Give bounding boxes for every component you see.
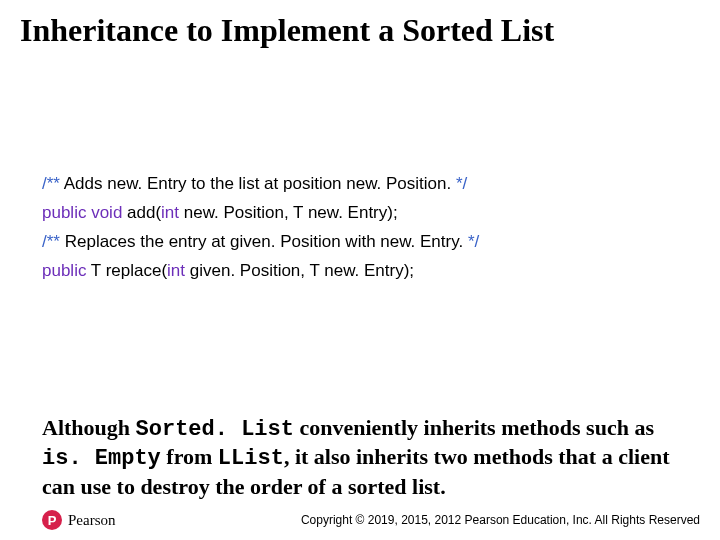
copyright-text: Copyright © 2019, 2015, 2012 Pearson Edu… (136, 513, 701, 527)
code-line-1: /** Adds new. Entry to the list at posit… (42, 170, 680, 199)
javadoc-close: */ (456, 174, 467, 193)
kw-public: public (42, 261, 86, 280)
body-t3: from (161, 444, 218, 469)
code-line-2: public void add(int new. Position, T new… (42, 199, 680, 228)
code-line-3: /** Replaces the entry at given. Positio… (42, 228, 680, 257)
method-return: T replace( (86, 261, 167, 280)
slide-title: Inheritance to Implement a Sorted List (20, 12, 700, 49)
method-params: new. Position, T new. Entry); (179, 203, 398, 222)
kw-void: void (91, 203, 122, 222)
body-paragraph: Although Sorted. List conveniently inher… (42, 414, 684, 500)
javadoc-text: Adds new. Entry to the list at position … (60, 174, 456, 193)
javadoc-open: /** (42, 232, 60, 251)
logo-icon: P (42, 510, 62, 530)
publisher-logo: P Pearson (42, 510, 116, 530)
logo-text: Pearson (68, 512, 116, 529)
footer: P Pearson Copyright © 2019, 2015, 2012 P… (42, 510, 700, 530)
method-name: add( (122, 203, 161, 222)
code-block: /** Adds new. Entry to the list at posit… (42, 170, 680, 286)
kw-int: int (161, 203, 179, 222)
kw-int: int (167, 261, 185, 280)
body-code-llist: LList (218, 446, 284, 471)
method-params: given. Position, T new. Entry); (185, 261, 414, 280)
javadoc-close: */ (468, 232, 479, 251)
code-line-4: public T replace(int given. Position, T … (42, 257, 680, 286)
slide: Inheritance to Implement a Sorted List /… (0, 0, 720, 540)
javadoc-open: /** (42, 174, 60, 193)
body-t1: Although (42, 415, 136, 440)
body-code-isempty: is. Empty (42, 446, 161, 471)
body-code-sortedlist: Sorted. List (136, 417, 294, 442)
body-t2: conveniently inherits methods such as (294, 415, 654, 440)
javadoc-text: Replaces the entry at given. Position wi… (60, 232, 468, 251)
kw-public: public (42, 203, 86, 222)
